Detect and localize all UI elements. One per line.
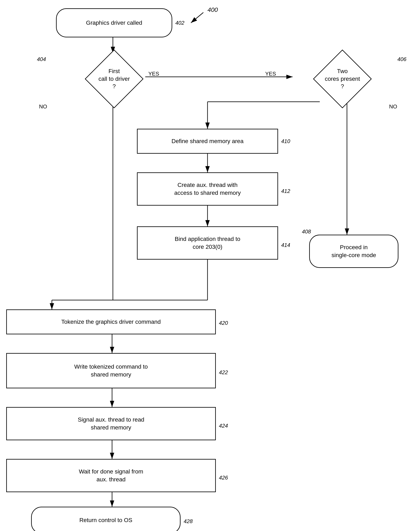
ref-426: 426	[219, 474, 228, 481]
start-node: Graphics driver called	[56, 8, 172, 37]
ref-404: 404	[37, 56, 46, 62]
svg-line-17	[191, 13, 203, 23]
ref-408: 408	[302, 228, 311, 235]
ref-422: 422	[219, 369, 228, 376]
flowchart-diagram: 400 Graphics driver called 402 Firstcall…	[0, 0, 420, 531]
ref-402: 402	[175, 20, 184, 26]
diamond2-wrapper: Twocores present?	[290, 54, 394, 104]
diamond1-wrapper: Firstcall to driver?	[62, 54, 166, 104]
box420-node: Tokenize the graphics driver command	[6, 309, 216, 334]
box410-node: Define shared memory area	[137, 129, 278, 154]
ref-428: 428	[184, 518, 193, 525]
diamond2-no-label: NO	[389, 103, 397, 110]
ref-406: 406	[397, 56, 406, 62]
ref-414: 414	[281, 242, 290, 248]
ref-424: 424	[219, 422, 228, 429]
ref-412: 412	[281, 188, 290, 194]
box412-node: Create aux. thread withaccess to shared …	[137, 172, 278, 206]
singlecore-node: Proceed insingle-core mode	[309, 235, 398, 268]
diamond2-yes-label: YES	[265, 71, 276, 77]
box424-node: Signal aux. thread to readshared memory	[6, 407, 216, 440]
ref-410: 410	[281, 138, 290, 144]
ref-420: 420	[219, 320, 228, 326]
box426-node: Wait for done signal fromaux. thread	[6, 459, 216, 492]
diamond1-no-label: NO	[39, 103, 47, 110]
box422-node: Write tokenized command toshared memory	[6, 353, 216, 388]
diamond1-yes-label: YES	[148, 71, 159, 77]
end-node: Return control to OS	[31, 507, 180, 531]
box414-node: Bind application thread tocore 203(0)	[137, 226, 278, 260]
diagram-ref-400: 400	[208, 6, 218, 13]
